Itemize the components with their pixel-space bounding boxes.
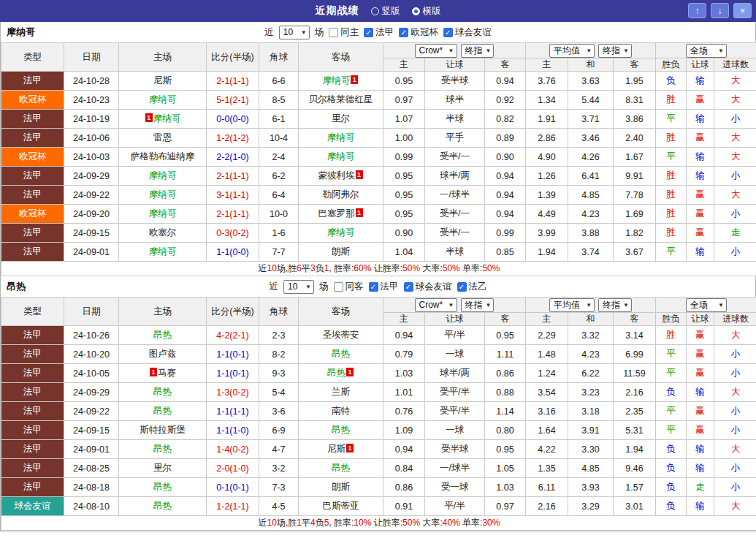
filter-checkbox[interactable]: 同客 xyxy=(334,281,364,293)
goals-result-cell: 小 xyxy=(714,421,756,440)
column-header-asia-home: 主 xyxy=(383,313,425,326)
summary-segment: 负 xyxy=(316,263,324,273)
red-card-badge: 1 xyxy=(356,208,363,217)
handicap-cell: 半球 xyxy=(425,243,485,262)
euro-away-odds: 1.57 xyxy=(614,478,656,497)
filter-checkbox[interactable]: ✓法甲 xyxy=(369,281,399,293)
goals-result-cell: 小 xyxy=(714,345,756,364)
euro-draw-odds: 3.32 xyxy=(568,326,614,345)
column-header-euro-home: 主 xyxy=(526,58,568,72)
score-cell: 2-0(1-0) xyxy=(207,459,259,478)
filter-checkbox[interactable]: ✓欧冠杯 xyxy=(399,26,438,39)
score-cell: 1-1(0-0) xyxy=(207,243,259,262)
filter-checkbox[interactable]: ✓法乙 xyxy=(457,281,487,293)
goals-result-cell: 大 xyxy=(714,72,756,91)
score-cell: 1-4(0-2) xyxy=(207,440,259,459)
asia-home-odds: 1.01 xyxy=(383,383,425,402)
euro-home-odds: 3.76 xyxy=(526,72,568,91)
handicap-cell: 受半球 xyxy=(425,440,485,459)
table-row: 法甲24-09-01摩纳哥1-1(0-0)7-7朗斯1.04半球0.851.94… xyxy=(1,243,756,262)
layout-horizontal-option[interactable]: 横版 xyxy=(412,5,441,18)
euro-average-select[interactable]: 平均值▼ xyxy=(549,298,595,312)
euro-home-odds: 6.11 xyxy=(526,478,568,497)
summary-segment: 6 xyxy=(297,263,302,273)
summary-segment: 50% xyxy=(482,263,500,273)
euro-final-odds-select[interactable]: 终指▼ xyxy=(598,44,632,58)
move-up-button[interactable]: ↑ xyxy=(688,3,706,18)
corner-cell: 6-6 xyxy=(259,72,299,91)
corner-cell: 8-2 xyxy=(259,345,299,364)
euro-home-odds: 3.54 xyxy=(526,383,568,402)
corner-cell: 2-3 xyxy=(259,326,299,345)
column-header-outcome: 胜负 xyxy=(656,313,687,326)
asia-final-odds-select[interactable]: 终指▼ xyxy=(461,44,495,58)
away-team-cell: 蒙彼利埃1 xyxy=(299,167,383,186)
filter-checkbox[interactable]: ✓球会友谊 xyxy=(443,26,492,39)
euro-home-odds: 1.24 xyxy=(526,364,568,383)
home-team-cell: 昂热 xyxy=(119,440,207,459)
home-team-cell: 摩纳哥 xyxy=(119,167,207,186)
summary-segment: 让胜率: xyxy=(371,518,402,528)
asia-home-odds: 0.95 xyxy=(383,72,425,91)
match-scope-select[interactable]: 全场▼ xyxy=(686,298,727,312)
handicap-cell: 平/半 xyxy=(425,326,485,345)
corner-cell: 1-6 xyxy=(259,224,299,243)
move-down-button[interactable]: ↓ xyxy=(711,3,729,18)
checked-checkbox-icon: ✓ xyxy=(443,28,453,37)
euro-draw-odds: 4.23 xyxy=(568,205,614,224)
checkbox-label: 欧冠杯 xyxy=(411,26,438,39)
match-scope-select-value: 全场 xyxy=(690,45,708,57)
summary-segment: 30% xyxy=(482,518,500,528)
asia-final-odds-select[interactable]: 终指▼ xyxy=(461,298,495,312)
handicap-result-cell: 输 xyxy=(687,497,714,516)
euro-final-odds-select[interactable]: 终指▼ xyxy=(598,298,632,312)
goals-result-cell: 小 xyxy=(714,243,756,262)
euro-draw-odds: 4.85 xyxy=(568,459,614,478)
asia-away-odds: 0.80 xyxy=(485,421,526,440)
team-name: 勒阿弗尔 xyxy=(323,189,359,200)
asia-odds-source-select[interactable]: Crow*▼ xyxy=(415,298,457,312)
home-team-cell: 摩纳哥 xyxy=(119,205,207,224)
league-cell: 法甲 xyxy=(1,326,64,345)
summary-segment: 4 xyxy=(310,518,316,528)
home-team-cell: 昂热 xyxy=(119,497,207,516)
filter-checkbox[interactable]: ✓法甲 xyxy=(364,26,394,39)
asia-home-odds: 1.07 xyxy=(383,110,425,129)
asia-away-odds: 0.94 xyxy=(485,186,526,205)
outcome-cell: 胜 xyxy=(656,224,687,243)
euro-home-odds: 4.90 xyxy=(526,148,568,167)
goals-result-cell: 大 xyxy=(714,497,756,516)
asia-odds-source-select[interactable]: Crow*▼ xyxy=(415,44,457,58)
outcome-cell: 负 xyxy=(656,497,687,516)
score-cell: 5-1(2-1) xyxy=(207,91,259,110)
column-header-euro-draw: 和 xyxy=(568,313,614,326)
home-team-cell: 昂热 xyxy=(119,383,207,402)
filter-checkbox[interactable]: 同主 xyxy=(329,26,359,39)
close-button[interactable]: × xyxy=(733,3,752,18)
team-name: 圣埃蒂安 xyxy=(323,330,359,340)
table-row: 法甲24-08-18昂热0-1(0-1)7-3朗斯0.86受一球1.036.11… xyxy=(1,478,756,497)
away-team-cell: 昂热 xyxy=(299,459,383,478)
column-header-outcome: 胜负 xyxy=(656,58,687,72)
handicap-result-cell: 赢 xyxy=(687,402,714,421)
team-name: 摩纳哥 xyxy=(149,94,177,105)
handicap-result-cell: 输 xyxy=(687,148,714,167)
header-row: 类型日期主场比分(半场)角球客场Crow*▼终指▼平均值▼终指▼全场▼ xyxy=(1,298,756,313)
filter-checkbox[interactable]: ✓球会友谊 xyxy=(404,281,452,293)
match-count-select[interactable]: 10▼ xyxy=(283,280,314,294)
outcome-cell: 胜 xyxy=(656,186,687,205)
match-count-select[interactable]: 10▼ xyxy=(279,26,310,39)
corner-cell: 6-4 xyxy=(259,186,299,205)
outcome-cell: 平 xyxy=(656,421,687,440)
match-scope-select[interactable]: 全场▼ xyxy=(686,44,727,58)
corner-cell: 10-4 xyxy=(259,129,299,148)
layout-vertical-option[interactable]: 竖版 xyxy=(371,5,400,18)
euro-home-odds: 2.86 xyxy=(526,129,568,148)
euro-average-select[interactable]: 平均值▼ xyxy=(549,44,595,58)
radio-label: 竖版 xyxy=(382,5,400,18)
goals-result-cell: 走 xyxy=(714,224,756,243)
score-cell: 1-2(1-2) xyxy=(207,129,259,148)
team-name: 南特 xyxy=(332,406,350,416)
date-cell: 24-08-25 xyxy=(64,459,119,478)
team-name: 蒙彼利埃 xyxy=(318,170,355,181)
